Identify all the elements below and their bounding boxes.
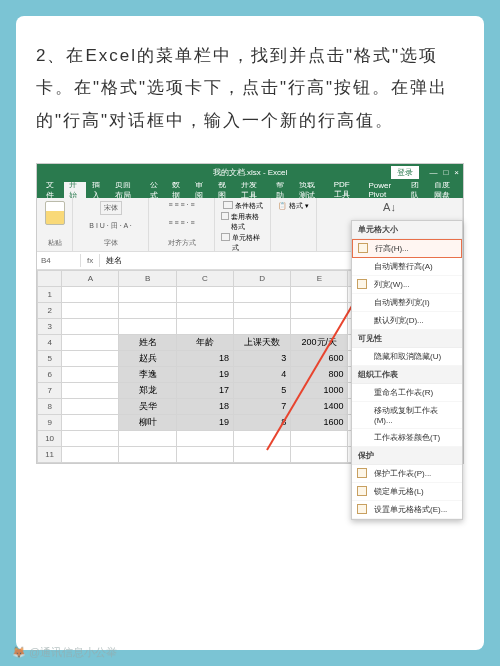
cell[interactable]: 19 xyxy=(176,366,233,382)
menu-lock[interactable]: 锁定单元格(L) xyxy=(352,483,462,501)
col-header[interactable]: C xyxy=(176,270,233,286)
cell[interactable]: 18 xyxy=(176,398,233,414)
maximize-icon[interactable]: □ xyxy=(443,168,448,177)
ribbon-cells[interactable]: 📋 格式 ▾ xyxy=(271,198,317,251)
row-header[interactable]: 4 xyxy=(38,334,62,350)
ribbon-styles[interactable]: 条件格式 套用表格格式 单元格样式 xyxy=(215,198,271,251)
cell[interactable]: 17 xyxy=(176,382,233,398)
menu-protect[interactable]: 保护工作表(P)... xyxy=(352,465,462,483)
row-header[interactable]: 7 xyxy=(38,382,62,398)
row-header[interactable]: 2 xyxy=(38,302,62,318)
row-header[interactable]: 1 xyxy=(38,286,62,302)
col-header[interactable]: D xyxy=(233,270,290,286)
cell-style[interactable]: 单元格样式 xyxy=(232,233,264,253)
cell[interactable]: 3 xyxy=(233,350,290,366)
menu-auto-col[interactable]: 自动调整列宽(I) xyxy=(352,294,462,312)
align-label: 对齐方式 xyxy=(168,238,196,248)
cell[interactable]: 年龄 xyxy=(176,334,233,350)
cell[interactable]: 19 xyxy=(176,414,233,430)
cell[interactable]: 200元/天 xyxy=(291,334,348,350)
row-header[interactable]: 6 xyxy=(38,366,62,382)
col-width-icon xyxy=(357,279,367,289)
watermark: 🦊 @通讯信息小公举 xyxy=(12,645,117,660)
col-header[interactable]: E xyxy=(291,270,348,286)
dropdown-section: 保护 xyxy=(352,447,462,465)
close-icon[interactable]: × xyxy=(454,168,459,177)
dropdown-section: 组织工作表 xyxy=(352,366,462,384)
menu-bar[interactable]: 文件 开始 插入 页面布局 公式 数据 审阅 视图 开发工具 帮助 负载测试 P… xyxy=(37,182,463,198)
cell[interactable]: 赵兵 xyxy=(119,350,176,366)
row-header[interactable]: 9 xyxy=(38,414,62,430)
cell[interactable]: 柳叶 xyxy=(119,414,176,430)
minimize-icon[interactable]: — xyxy=(429,168,437,177)
cell[interactable]: 7 xyxy=(233,398,290,414)
paste-icon[interactable] xyxy=(45,201,65,225)
app-title: 我的文档.xlsx - Excel xyxy=(213,167,288,178)
login-button[interactable]: 登录 xyxy=(391,166,419,179)
cell[interactable]: 吴华 xyxy=(119,398,176,414)
format-button[interactable]: 格式 xyxy=(289,202,303,209)
excel-screenshot: 我的文档.xlsx - Excel 登录 — □ × 文件 开始 插入 页面布局… xyxy=(36,163,464,464)
menu-auto-row[interactable]: 自动调整行高(A) xyxy=(352,258,462,276)
menu-tab-color[interactable]: 工作表标签颜色(T) xyxy=(352,429,462,447)
menu-rename[interactable]: 重命名工作表(R) xyxy=(352,384,462,402)
format-cell-icon xyxy=(357,504,367,514)
menu-default-col[interactable]: 默认列宽(D)... xyxy=(352,312,462,330)
protect-icon xyxy=(357,468,367,478)
dropdown-section: 单元格大小 xyxy=(352,221,462,239)
dropdown-section: 可见性 xyxy=(352,330,462,348)
ribbon-clipboard[interactable]: 粘贴 xyxy=(37,198,73,251)
instruction-text: 2、在Excel的菜单栏中，找到并点击"格式"选项卡。在"格式"选项卡下，点击"… xyxy=(36,40,464,137)
cell[interactable]: 4 xyxy=(233,366,290,382)
col-header[interactable]: B xyxy=(119,270,176,286)
cell[interactable]: 郑龙 xyxy=(119,382,176,398)
window-buttons[interactable]: — □ × xyxy=(429,168,459,177)
name-box[interactable]: B4 xyxy=(37,254,81,267)
cell[interactable]: 李逸 xyxy=(119,366,176,382)
title-bar: 我的文档.xlsx - Excel 登录 — □ × xyxy=(37,164,463,182)
select-all[interactable] xyxy=(38,270,62,286)
cell[interactable]: 上课天数 xyxy=(233,334,290,350)
table-format[interactable]: 套用表格格式 xyxy=(231,212,264,232)
menu-move[interactable]: 移动或复制工作表(M)... xyxy=(352,402,462,429)
menu-col-width[interactable]: 列宽(W)... xyxy=(352,276,462,294)
cell[interactable]: 姓名 xyxy=(119,334,176,350)
cell[interactable]: 1600 xyxy=(291,414,348,430)
ribbon-font[interactable]: 宋体 B I U · 田 · A · 字体 xyxy=(73,198,149,251)
cell[interactable]: 1400 xyxy=(291,398,348,414)
cond-format[interactable]: 条件格式 xyxy=(235,201,263,211)
row-header[interactable]: 5 xyxy=(38,350,62,366)
lock-icon xyxy=(357,486,367,496)
menu-row-height[interactable]: 行高(H)... xyxy=(352,239,462,258)
cell[interactable]: 5 xyxy=(233,382,290,398)
cell[interactable]: 8 xyxy=(233,414,290,430)
row-header[interactable]: 8 xyxy=(38,398,62,414)
menu-format-cell[interactable]: 设置单元格格式(E)... xyxy=(352,501,462,519)
font-name[interactable]: 宋体 xyxy=(100,201,122,215)
cell[interactable]: 600 xyxy=(291,350,348,366)
col-header[interactable]: A xyxy=(62,270,119,286)
row-header[interactable]: 10 xyxy=(38,430,62,446)
menu-hide[interactable]: 隐藏和取消隐藏(U) xyxy=(352,348,462,366)
format-dropdown[interactable]: 单元格大小 行高(H)... 自动调整行高(A) 列宽(W)... 自动调整列宽… xyxy=(351,220,463,520)
row-height-icon xyxy=(358,243,368,253)
row-header[interactable]: 3 xyxy=(38,318,62,334)
cell[interactable]: 18 xyxy=(176,350,233,366)
paste-label: 粘贴 xyxy=(48,238,62,248)
ribbon-align[interactable]: ≡ ≡ ≡ · ≡ ≡ ≡ ≡ · ≡ 对齐方式 xyxy=(149,198,215,251)
cell[interactable]: 800 xyxy=(291,366,348,382)
cell[interactable]: 1000 xyxy=(291,382,348,398)
row-header[interactable]: 11 xyxy=(38,446,62,462)
fx-icon[interactable]: fx xyxy=(81,254,100,267)
font-label: 字体 xyxy=(104,238,118,248)
